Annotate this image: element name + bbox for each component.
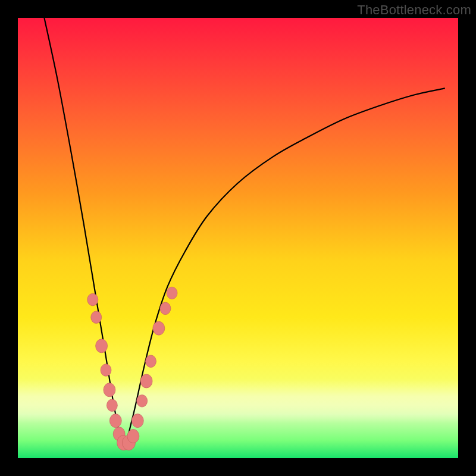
- data-marker: [113, 427, 125, 441]
- data-marker: [107, 399, 117, 412]
- curve-layer: [18, 18, 458, 458]
- data-marker: [160, 302, 171, 315]
- data-marker: [140, 374, 152, 388]
- data-marker: [131, 414, 143, 428]
- plot-area: [18, 18, 458, 458]
- data-marker: [153, 321, 165, 335]
- data-marker: [104, 383, 115, 397]
- highlight-band: [18, 379, 458, 423]
- data-marker: [109, 414, 121, 428]
- data-marker: [91, 311, 102, 324]
- chart-frame: TheBottleneck.com: [0, 0, 476, 476]
- data-marker: [167, 287, 177, 299]
- data-marker: [122, 436, 135, 450]
- marker-group: [87, 287, 177, 450]
- data-marker: [137, 395, 148, 408]
- bottleneck-curve: [44, 18, 444, 445]
- data-marker: [145, 355, 156, 368]
- data-marker: [117, 436, 130, 450]
- watermark-text: TheBottleneck.com: [357, 2, 471, 18]
- data-marker: [87, 293, 98, 306]
- data-marker: [127, 430, 139, 443]
- data-marker: [101, 364, 111, 377]
- data-marker: [96, 339, 108, 353]
